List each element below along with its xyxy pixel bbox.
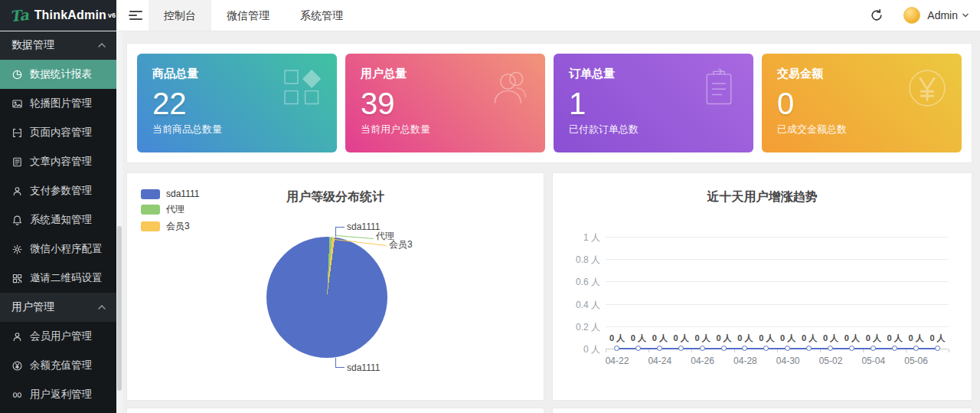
chevron-up-icon (98, 43, 106, 48)
stat-card-商品总量: 商品总量22当前商品总数量 (137, 54, 337, 152)
sidebar-item-label: 余额充值管理 (30, 359, 92, 372)
user-menu[interactable]: Admin (927, 9, 958, 21)
pie-slice-label: sda1111 (347, 221, 380, 232)
pie-leader-line (335, 227, 345, 228)
sidebar-item-余额充值管理[interactable]: 余额充值管理 (0, 351, 116, 380)
tab-系统管理[interactable]: 系统管理 (285, 0, 358, 31)
sidebar-group-label: 数据管理 (11, 38, 98, 52)
data-point-marker (828, 346, 833, 351)
qrcode-icon (11, 273, 23, 284)
data-point-marker (721, 346, 727, 351)
stat-card-用户总量: 用户总量39当前用户总数量 (345, 54, 545, 152)
line-chart-plot: 0 人0.2 人0.4 人0.6 人0.8 人1 人0 人04-220 人0 人… (553, 173, 972, 400)
stats-card-row: 商品总量22当前商品总数量用户总量39当前用户总数量订单总量1已付款订单总数交易… (126, 43, 972, 163)
sidebar-item-label: 微信小程序配置 (30, 242, 103, 256)
data-point-marker (935, 346, 940, 351)
tab-控制台[interactable]: 控制台 (149, 0, 211, 31)
top-tabs: 控制台微信管理系统管理 (149, 0, 358, 31)
rebate-icon (11, 389, 23, 401)
x-axis-label: 04-30 (766, 356, 809, 366)
grid-icon (280, 66, 325, 110)
pie-leader-line (335, 358, 336, 367)
x-axis-tick (949, 349, 949, 352)
data-point-marker (763, 346, 769, 351)
x-axis-label: 05-04 (852, 356, 895, 366)
x-axis-tick (691, 349, 692, 352)
app-logo: Ta ThinkAdmin v6 (0, 0, 116, 31)
panel-partial-right (552, 408, 972, 413)
pie-slice-label: sda1111 (347, 362, 380, 373)
top-navbar: Ta ThinkAdmin v6 控制台微信管理系统管理 Admin (0, 0, 980, 31)
chevron-up-icon (98, 305, 106, 310)
sidebar-item-label: 邀请二维码设置 (30, 271, 103, 285)
chevron-down-icon[interactable] (962, 11, 969, 19)
sidebar-group-数据管理[interactable]: 数据管理 (0, 31, 116, 60)
logo-monogram: Ta (9, 6, 30, 25)
data-point-marker (806, 346, 812, 351)
sidebar-item-label: 会员用户管理 (30, 329, 92, 343)
yen-circle-icon (905, 66, 949, 110)
y-axis-label: 0.8 人 (556, 254, 600, 267)
yen-icon (11, 360, 23, 372)
article-icon (11, 156, 23, 168)
sidebar-item-系统通知管理[interactable]: 系统通知管理 (0, 205, 116, 234)
stat-card-订单总量: 订单总量1已付款订单总数 (554, 54, 753, 152)
sidebar-scrollbar[interactable] (116, 31, 122, 413)
legend-swatch (141, 221, 160, 231)
logo-version: v6 (108, 11, 116, 19)
x-axis-label: 04-24 (639, 356, 681, 366)
menu-toggle-icon[interactable] (122, 0, 149, 31)
y-axis-label: 1 人 (556, 231, 600, 244)
sidebar-group-用户管理[interactable]: 用户管理 (0, 293, 116, 322)
data-point-marker (913, 346, 919, 351)
sidebar: 数据管理数据统计报表轮播图片管理页面内容管理文章内容管理支付参数管理系统通知管理… (0, 31, 116, 413)
data-point-label: 0 人 (923, 333, 953, 344)
x-axis-label: 05-02 (809, 356, 852, 366)
x-axis-label: 05-06 (895, 356, 938, 366)
sidebar-item-微信小程序配置[interactable]: 微信小程序配置 (0, 234, 116, 264)
scrollbar-thumb[interactable] (117, 226, 122, 391)
tab-微信管理[interactable]: 微信管理 (211, 0, 285, 31)
x-axis-tick (820, 349, 821, 352)
header-right: Admin (870, 0, 980, 31)
stat-caption: 已成交金额总数 (777, 123, 847, 136)
legend-item-会员3[interactable]: 会员3 (141, 220, 199, 233)
legend-label: 会员3 (166, 220, 190, 233)
main-content: 商品总量22当前商品总数量用户总量39当前用户总数量订单总量1已付款订单总数交易… (122, 31, 980, 413)
sidebar-item-轮播图片管理[interactable]: 轮播图片管理 (0, 89, 116, 118)
pie-chart-title: 用户等级分布统计 (127, 189, 544, 205)
avatar[interactable] (903, 7, 920, 24)
user-icon (11, 331, 23, 343)
sidebar-item-label: 轮播图片管理 (30, 97, 92, 110)
payment-icon (11, 185, 23, 197)
x-axis-label: 04-28 (724, 356, 766, 366)
x-axis-label: 04-22 (596, 356, 639, 366)
sidebar-item-会员用户管理[interactable]: 会员用户管理 (0, 322, 116, 351)
stat-caption: 当前用户总数量 (361, 123, 430, 136)
bell-icon (11, 215, 23, 226)
data-point-marker (700, 346, 705, 351)
sidebar-item-页面内容管理[interactable]: 页面内容管理 (0, 118, 116, 147)
sidebar-item-邀请二维码设置[interactable]: 邀请二维码设置 (0, 264, 116, 293)
sidebar-item-文章内容管理[interactable]: 文章内容管理 (0, 147, 116, 176)
sidebar-item-支付参数管理[interactable]: 支付参数管理 (0, 176, 116, 205)
pie-chart-panel: sda1111代理会员3 用户等级分布统计 sda1111代理会员3sda111… (126, 172, 544, 401)
x-axis-tick (777, 349, 778, 352)
sidebar-item-用户返利管理[interactable]: 用户返利管理 (0, 380, 116, 409)
refresh-icon[interactable] (870, 8, 884, 22)
y-axis-label: 0.2 人 (556, 321, 600, 334)
grid-line (606, 326, 949, 327)
x-axis-tick (734, 349, 735, 352)
sidebar-item-label: 文章内容管理 (30, 155, 92, 169)
sidebar-item-数据统计报表[interactable]: 数据统计报表 (0, 60, 116, 89)
data-point-marker (785, 346, 790, 351)
pie-leader-line (335, 367, 345, 368)
x-axis-label: 04-26 (681, 356, 724, 366)
line-series (617, 348, 938, 349)
logo-title: ThinkAdmin (34, 8, 106, 22)
sidebar-item-label: 数据统计报表 (30, 67, 92, 81)
legend-swatch (141, 205, 160, 215)
image-icon (11, 98, 23, 110)
stat-caption: 当前商品总数量 (152, 123, 222, 136)
sidebar-item-label: 页面内容管理 (30, 126, 92, 139)
